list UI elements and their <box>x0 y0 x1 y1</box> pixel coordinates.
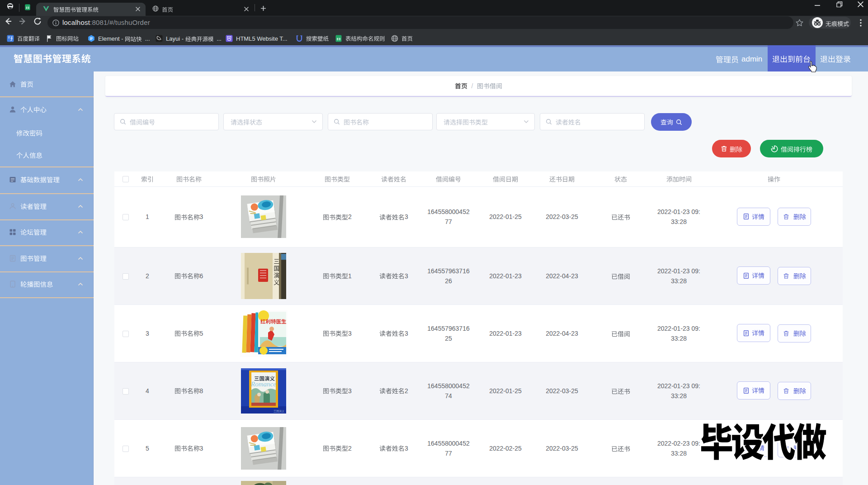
svg-text:三国演义: 三国演义 <box>274 409 284 413</box>
svg-text:Romance: Romance <box>250 380 276 388</box>
